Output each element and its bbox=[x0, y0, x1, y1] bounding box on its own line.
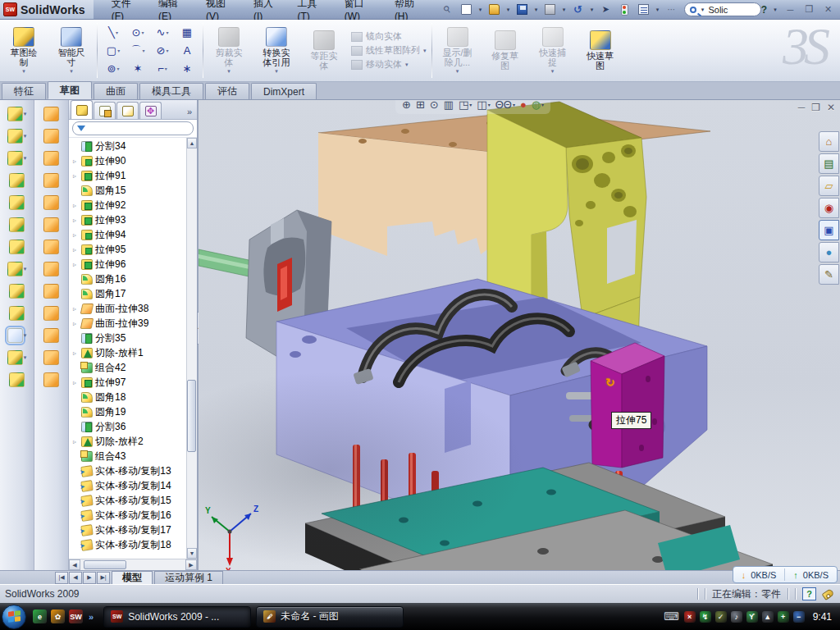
more-icon[interactable]: ⋯ bbox=[663, 2, 679, 17]
file-explorer-tab[interactable]: ▱ bbox=[819, 176, 839, 196]
draft-button[interactable] bbox=[9, 217, 25, 232]
tree-item[interactable]: 实体-移动/复制15 bbox=[69, 493, 186, 508]
trim-surface-button[interactable] bbox=[43, 350, 59, 365]
doc-restore-button[interactable]: ❒ bbox=[811, 102, 820, 113]
circle-tool-caret[interactable]: ▾ bbox=[141, 30, 144, 35]
display-style-button[interactable]: ◫▾ bbox=[475, 100, 491, 112]
taskbar-task-2[interactable]: 🖌未命名 - 画图 bbox=[256, 606, 404, 628]
select-cursor-icon[interactable]: ➤ bbox=[597, 2, 614, 17]
hide-show-items-button[interactable]: ΘΘ▾ bbox=[494, 100, 517, 112]
offset-surface-button[interactable] bbox=[43, 217, 59, 232]
design-library-tab[interactable]: ▤ bbox=[819, 153, 839, 174]
convert-entities-button[interactable]: 转换实 体引用▾ bbox=[253, 20, 300, 81]
scroll-up-arrow[interactable]: ▲ bbox=[187, 138, 197, 148]
network-warning-icon[interactable]: ▲ bbox=[762, 611, 774, 623]
tree-item[interactable]: 分割34 bbox=[69, 139, 186, 153]
menu-item-2[interactable]: 编辑(E) bbox=[150, 0, 198, 19]
scroll-left-arrow[interactable]: ◀ bbox=[69, 559, 80, 570]
fillet-caret[interactable]: ▾ bbox=[24, 155, 27, 162]
tree-item[interactable]: 圆角17 bbox=[69, 286, 186, 301]
save-icon-caret[interactable]: ▾ bbox=[532, 7, 539, 13]
tree-item[interactable]: ▹拉伸96 bbox=[69, 257, 186, 272]
options-list-icon[interactable] bbox=[635, 2, 651, 17]
rib-button[interactable] bbox=[9, 173, 25, 188]
quicklaunch-chevron-icon[interactable]: » bbox=[89, 612, 94, 622]
spline-tool-button[interactable]: ∿▾ bbox=[150, 24, 175, 42]
zoom-fit-button[interactable]: ⊕ bbox=[400, 100, 413, 112]
expand-arrow-icon[interactable]: ▹ bbox=[71, 379, 79, 386]
expand-arrow-icon[interactable]: ▹ bbox=[71, 438, 79, 445]
doc-close-button[interactable]: ✕ bbox=[827, 102, 835, 113]
swept-surface-button[interactable] bbox=[43, 107, 59, 121]
sketch-pattern-tool-button[interactable]: ▦ bbox=[175, 24, 199, 42]
tab-DimXpert[interactable]: DimXpert bbox=[251, 83, 317, 99]
menu-item-3[interactable]: 视图(V) bbox=[198, 0, 245, 19]
move-copy-body-caret[interactable]: ▾ bbox=[24, 332, 27, 339]
expand-arrow-icon[interactable]: ▹ bbox=[71, 246, 79, 253]
view-palette-tab[interactable]: ▣ bbox=[819, 220, 839, 240]
print-icon[interactable] bbox=[541, 2, 558, 17]
tree-item[interactable]: 圆角18 bbox=[69, 390, 186, 404]
dimxpertmanager-tab[interactable]: ✥ bbox=[139, 102, 162, 119]
expand-arrow-icon[interactable]: ▹ bbox=[71, 172, 79, 180]
menu-item-4[interactable]: 插入(I) bbox=[245, 0, 290, 19]
tree-item[interactable]: 实体-移动/复制13 bbox=[69, 463, 186, 478]
tree-item[interactable]: 圆角19 bbox=[69, 404, 186, 419]
undo-icon-caret[interactable]: ▾ bbox=[588, 7, 595, 13]
expand-arrow-icon[interactable]: ▹ bbox=[71, 320, 79, 327]
defender-icon[interactable]: + bbox=[778, 611, 789, 623]
tree-item[interactable]: ▹拉伸95 bbox=[69, 242, 186, 257]
slot-tool-caret[interactable]: ▾ bbox=[116, 66, 119, 71]
save-icon[interactable] bbox=[514, 2, 530, 17]
combine-button[interactable] bbox=[9, 284, 25, 299]
thicken-button[interactable] bbox=[43, 306, 59, 321]
keyboard-layout-icon[interactable]: ⌨ bbox=[664, 610, 679, 623]
restore-button[interactable]: ❒ bbox=[802, 3, 816, 16]
tree-horizontal-scrollbar[interactable]: ◀ ▶ bbox=[69, 559, 197, 570]
extruded-boss-button[interactable]: ▾ bbox=[7, 107, 27, 121]
featuremanager-tab[interactable] bbox=[71, 100, 93, 119]
tree-item[interactable]: 组合42 bbox=[69, 360, 186, 375]
close-button[interactable]: ✕ bbox=[821, 3, 835, 16]
rectangle-tool-caret[interactable]: ▾ bbox=[117, 48, 120, 53]
tab-模具工具[interactable]: 模具工具 bbox=[139, 83, 203, 99]
doc-minimize-button[interactable]: ─ bbox=[798, 102, 806, 113]
zoom-area-button[interactable]: ⊞ bbox=[414, 100, 427, 112]
section-view-button[interactable]: ▥ bbox=[442, 100, 455, 112]
start-button[interactable] bbox=[2, 605, 26, 629]
tree-item[interactable]: 实体-移动/复制17 bbox=[69, 523, 186, 537]
pin-icon[interactable]: ⚲ bbox=[439, 2, 455, 17]
tab-first-button[interactable]: |◀ bbox=[55, 572, 68, 584]
rapid-sketch-button[interactable]: 快速草 图 bbox=[577, 20, 624, 81]
solidworks-quick-icon[interactable]: SW bbox=[69, 609, 83, 623]
update-icon[interactable]: ✓ bbox=[715, 611, 727, 623]
ellipse-tool-caret[interactable]: ▾ bbox=[166, 48, 168, 53]
graphics-viewport[interactable]: ⊕⊞⊙▥◳▾◫▾ΘΘ▾●◍▾ ─ ❒ ✕ ⌂▤▱◉▣●✎ ↻ 拉伸75 Y Z bbox=[199, 100, 840, 570]
tree-item[interactable]: ▹拉伸91 bbox=[69, 168, 186, 183]
signal-icon[interactable]: ϒ bbox=[746, 611, 758, 623]
text-tool-button[interactable]: A bbox=[175, 42, 199, 60]
tree-item[interactable]: 实体-移动/复制16 bbox=[69, 508, 186, 523]
extend-surface-button[interactable] bbox=[43, 262, 59, 276]
untrim-surface-button[interactable] bbox=[43, 372, 59, 387]
tree-item[interactable]: ▹拉伸92 bbox=[69, 198, 186, 212]
tab-曲面[interactable]: 曲面 bbox=[94, 83, 138, 99]
tab-last-button[interactable]: ▶| bbox=[97, 572, 110, 584]
tree-item[interactable]: 实体-移动/复制14 bbox=[69, 478, 186, 493]
volume-icon[interactable]: ♪ bbox=[731, 611, 742, 623]
point-tool-button[interactable]: ∗ bbox=[175, 60, 199, 78]
knit-surface-button[interactable] bbox=[43, 284, 59, 299]
tag-icon[interactable] bbox=[822, 588, 835, 600]
tab-prev-button[interactable]: ◀ bbox=[69, 572, 82, 584]
tab-next-button[interactable]: ▶ bbox=[83, 572, 96, 584]
tab-评估[interactable]: 评估 bbox=[205, 83, 249, 99]
scene-button[interactable]: ◍▾ bbox=[530, 100, 546, 112]
propertymanager-tab[interactable] bbox=[94, 102, 116, 119]
linear-pattern-caret[interactable]: ▾ bbox=[24, 266, 27, 272]
tree-item[interactable]: ▹切除-放样1 bbox=[69, 345, 186, 360]
hole-wizard-button[interactable] bbox=[9, 240, 25, 254]
expand-arrow-icon[interactable]: ▹ bbox=[71, 217, 79, 224]
tab-草图[interactable]: 草图 bbox=[48, 81, 92, 99]
appearances-tab[interactable]: ● bbox=[819, 242, 839, 262]
options-list-icon-caret[interactable]: ▾ bbox=[654, 7, 660, 13]
